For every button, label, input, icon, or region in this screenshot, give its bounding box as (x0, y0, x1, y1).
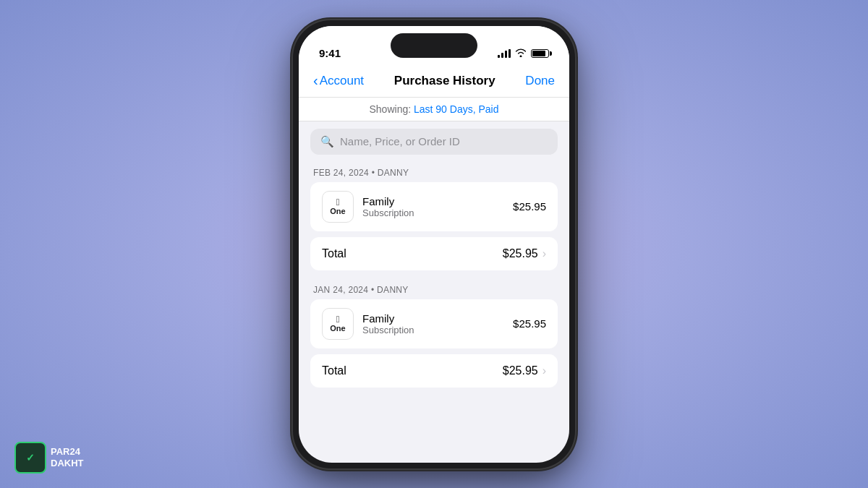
back-button[interactable]: ‹ Account (313, 74, 364, 88)
total-card-1[interactable]: Total $25.95 › (310, 237, 558, 270)
filter-row: Showing: Last 90 Days, Paid (299, 98, 569, 121)
transaction-price-1: $25.95 (513, 200, 546, 213)
section-header-2: JAN 24, 2024 • Danny (299, 279, 569, 299)
phone-screen: 9:41 (299, 26, 569, 463)
battery-icon (531, 49, 549, 58)
section-user-2: Danny (377, 285, 409, 295)
watermark-text: PAR24 DAKHT (51, 446, 84, 468)
app-icon-2:  One (322, 308, 354, 340)
back-chevron-icon: ‹ (313, 73, 318, 87)
search-placeholder: Name, Price, or Order ID (340, 135, 460, 147)
transaction-name-2: Family (362, 312, 504, 325)
total-amount-1: $25.95 (503, 247, 538, 260)
back-label: Account (320, 74, 364, 88)
section-separator-1: • (372, 168, 378, 178)
total-amount-2: $25.95 (503, 364, 538, 377)
phone-frame: 9:41 (293, 20, 575, 468)
watermark-line2: DAKHT (51, 458, 84, 469)
total-chevron-1: › (542, 247, 546, 260)
transaction-info-2: Family Subscription (362, 312, 504, 335)
total-amount-row-2: $25.95 › (503, 364, 546, 377)
done-button[interactable]: Done (525, 74, 555, 88)
dynamic-island (391, 33, 477, 58)
search-icon: 🔍 (320, 135, 334, 148)
search-container: 🔍 Name, Price, or Order ID (299, 121, 569, 162)
total-label-2: Total (322, 364, 346, 377)
total-card-2[interactable]: Total $25.95 › (310, 354, 558, 388)
section-date-1: FEB 24, 2024 (313, 168, 369, 178)
total-amount-row-1: $25.95 › (503, 247, 546, 260)
status-bar: 9:41 (299, 26, 569, 65)
watermark: ✓ PAR24 DAKHT (14, 442, 84, 474)
wifi-icon (515, 48, 527, 59)
transaction-card-1:  One Family Subscription $25.95 (310, 182, 558, 231)
showing-label: Showing: (370, 103, 412, 115)
total-chevron-2: › (542, 364, 546, 377)
transaction-type-1: Subscription (362, 207, 504, 218)
filter-values[interactable]: Last 90 Days, Paid (414, 103, 499, 115)
section-date-2: JAN 24, 2024 (313, 285, 368, 295)
transaction-item-2[interactable]:  One Family Subscription $25.95 (310, 299, 558, 348)
transactions-list: FEB 24, 2024 • Danny  One Family (299, 162, 569, 396)
transaction-type-2: Subscription (362, 325, 504, 335)
nav-bar: ‹ Account Purchase History Done (299, 65, 569, 98)
signal-bars-icon (498, 49, 511, 58)
watermark-line1: PAR24 (51, 446, 84, 458)
transaction-info-1: Family Subscription (362, 195, 504, 218)
transaction-name-1: Family (362, 195, 504, 207)
transaction-card-2:  One Family Subscription $25.95 (310, 299, 558, 348)
transaction-price-2: $25.95 (513, 317, 546, 330)
status-icons (498, 48, 549, 59)
section-header-1: FEB 24, 2024 • Danny (299, 162, 569, 182)
section-user-1: Danny (378, 168, 409, 178)
section-separator-2: • (371, 285, 377, 295)
watermark-icon: ✓ (14, 442, 46, 474)
phone-wrapper: 9:41 (293, 20, 575, 468)
page-title: Purchase History (394, 74, 495, 88)
search-bar[interactable]: 🔍 Name, Price, or Order ID (310, 129, 558, 155)
app-icon-1:  One (322, 191, 354, 223)
total-label-1: Total (322, 247, 346, 260)
transaction-item-1[interactable]:  One Family Subscription $25.95 (310, 182, 558, 231)
